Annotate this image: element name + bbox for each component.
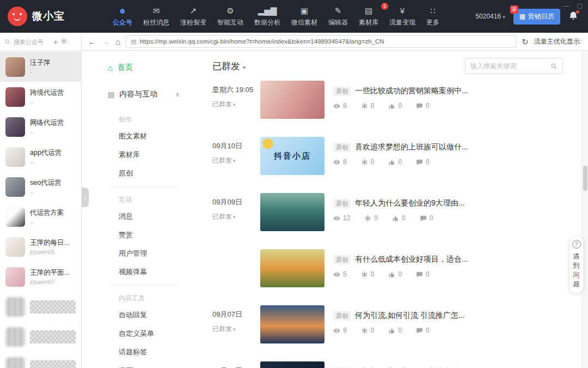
menu-item[interactable]: 投票 xyxy=(82,361,188,368)
account-list-item[interactable]: 王萍的平面... jrjtuwen07 xyxy=(0,262,81,292)
account-list-item[interactable]: 代运营方案 -- xyxy=(0,202,81,232)
refresh-icon[interactable]: ↻ xyxy=(522,38,529,46)
menu-home-label: 首页 xyxy=(118,63,133,73)
menu-section-content-interaction[interactable]: ▤ 内容与互动 ∧ xyxy=(82,79,188,108)
back-icon[interactable]: ← xyxy=(88,38,96,46)
account-list-item[interactable]: 网络代运营 -- xyxy=(0,112,81,142)
account-settings-icon[interactable] xyxy=(60,38,68,46)
post-title[interactable]: 何为引流,如何引流 引流推广怎... xyxy=(355,311,464,321)
post-title[interactable]: 有什么低成本创业好项目，适合... xyxy=(355,255,468,264)
keyword-search-input[interactable] xyxy=(470,62,547,70)
nav-item[interactable]: ¥ 流量变现 xyxy=(384,5,421,27)
marketing-calendar-button[interactable]: 营 ▦ 营销日历 xyxy=(513,9,560,25)
account-names: 代运营方案 -- xyxy=(30,208,64,225)
post-status-dropdown[interactable]: 已群发▾ xyxy=(212,212,260,221)
menu-item[interactable]: 自动回复 xyxy=(82,306,188,324)
account-list-item[interactable]: app代运营 -- xyxy=(0,142,81,172)
nav-item[interactable]: ▣ 微信素材 xyxy=(286,5,323,27)
calendar-badge: 营 xyxy=(510,5,518,14)
scrollbar-track[interactable] xyxy=(581,51,588,368)
menu-item[interactable]: 用户管理 xyxy=(82,244,188,263)
menu-item[interactable]: 消息 xyxy=(82,207,188,226)
account-list-item[interactable]: 汪子萍 -- xyxy=(0,52,81,82)
account-list-item[interactable]: 王萍的每日... jrjtuwen05 xyxy=(0,232,81,262)
nav-item[interactable]: ∷ 更多 xyxy=(421,5,445,27)
help-widget[interactable]: ? 遇到问题 xyxy=(569,236,584,294)
nav-item[interactable]: ⚙ 智能互动 xyxy=(212,5,249,27)
post-title[interactable]: 一些比较成功的营销策略案例中... xyxy=(355,86,468,96)
avatar xyxy=(5,297,25,317)
forward-icon[interactable]: → xyxy=(102,38,110,46)
post-title[interactable]: 年轻人为什么要创业的9大理由... xyxy=(355,198,464,208)
account-list-item[interactable]: 跨境代运营 -- xyxy=(0,82,81,112)
keyword-search-box[interactable] xyxy=(465,58,563,74)
menu-item[interactable]: 赞赏 xyxy=(82,226,188,244)
menu-item[interactable]: 原创 xyxy=(82,164,188,183)
menu-item[interactable]: 视频弹幕 xyxy=(82,263,188,281)
home-icon[interactable]: ⌂ xyxy=(115,38,120,46)
post-row[interactable]: 09月10日 已群发▾ 抖音小店 原创 喜欢追求梦想的上班族可以做什... xyxy=(212,136,581,192)
add-account-icon[interactable]: + xyxy=(53,38,58,46)
post-thumbnail[interactable] xyxy=(260,81,324,119)
account-search-input[interactable] xyxy=(14,39,51,45)
maximize-icon[interactable]: ▢ xyxy=(577,2,583,9)
post-meta: 星期六 19:05 已群发▾ xyxy=(212,80,260,136)
menu-item[interactable]: 素材库 xyxy=(82,146,188,164)
post-thumbnail[interactable] xyxy=(260,193,324,231)
sent-messages-title[interactable]: 已群发▾ xyxy=(212,60,246,73)
post-row[interactable]: 09月07日 已群发▾ 原创 何为引流,如何引流 引流推广怎... xyxy=(212,304,581,360)
post-thumbnail[interactable]: 抖音小店 xyxy=(260,137,324,175)
post-row[interactable]: 09月06日 ▾ 原创 短视频创业靠谱吗? 短视频怎么... xyxy=(212,360,581,368)
notification-dot xyxy=(576,10,579,14)
post-thumbnail[interactable] xyxy=(260,361,324,368)
sidebar-collapse-handle[interactable]: ‹ xyxy=(82,188,89,207)
post-status-dropdown[interactable]: 已群发▾ xyxy=(212,100,260,109)
post-stats: 8 0 xyxy=(333,158,581,166)
menu-group-label: 内容工具 xyxy=(82,287,188,306)
post-title-row: 原创 喜欢追求梦想的上班族可以做什... xyxy=(333,142,581,152)
account-id: -- xyxy=(30,69,51,75)
menu-item-home[interactable]: ⌂ 首页 xyxy=(82,57,188,79)
post-status-dropdown[interactable]: 已群发▾ xyxy=(212,324,260,334)
comment-stat: 0 xyxy=(420,214,433,222)
account-list-item[interactable] xyxy=(0,352,81,368)
nav-item[interactable]: ▤ 1 素材库 xyxy=(353,5,384,27)
redacted-name-block xyxy=(30,360,76,368)
account-switcher[interactable]: 5020416▾ xyxy=(475,13,505,20)
account-list-item[interactable] xyxy=(0,292,81,322)
views-count: 8 xyxy=(343,102,347,110)
wow-count: 0 xyxy=(371,102,375,110)
scrollbar-thumb[interactable] xyxy=(583,166,587,191)
post-status-dropdown[interactable]: 已群发▾ xyxy=(212,156,260,165)
menu-item[interactable]: 图文素材 xyxy=(82,127,188,146)
menu-item[interactable]: 话题标签 xyxy=(82,343,188,361)
account-list-item[interactable]: seo代运营 -- xyxy=(0,172,81,202)
url-input[interactable] xyxy=(139,38,511,45)
nav-item[interactable]: ☻ 公众号 xyxy=(107,5,138,27)
post-row[interactable]: ▾ 原创 有什么低成本创业好项目，适合... xyxy=(212,248,581,304)
minimize-icon[interactable]: — xyxy=(564,2,569,9)
account-names: 王萍的每日... jrjtuwen05 xyxy=(30,238,70,255)
post-thumbnail[interactable] xyxy=(260,305,324,343)
address-bar[interactable]: ▤ xyxy=(126,35,516,48)
nav-item-icon: ▂▅▇ xyxy=(258,5,277,16)
nav-item-icon: ⚙ xyxy=(226,5,234,16)
post-row[interactable]: 星期六 19:05 已群发▾ 原创 一些比较成功的营销策略案例中... xyxy=(212,80,581,136)
post-row[interactable]: 09月09日 已群发▾ 原创 年轻人为什么要创业的9大理由... xyxy=(212,192,581,248)
nav-item[interactable]: ✉ 粉丝消息 xyxy=(138,5,175,27)
like-icon xyxy=(388,159,395,166)
notification-bell[interactable] xyxy=(568,11,579,22)
thumbnail-text: 抖音小店 xyxy=(274,151,311,161)
post-title[interactable]: 喜欢追求梦想的上班族可以做什... xyxy=(355,142,468,152)
views-count: 5 xyxy=(343,270,347,278)
nav-item[interactable]: ✎ 编辑器 xyxy=(323,5,353,27)
chevron-down-icon: ▾ xyxy=(233,102,236,107)
nav-item[interactable]: ↗ 涨粉裂变 xyxy=(175,5,212,27)
menu-item[interactable]: 自定义菜单 xyxy=(82,324,188,343)
account-list-item[interactable] xyxy=(0,322,81,352)
nav-item[interactable]: ▂▅▇ 数据分析 xyxy=(249,5,286,27)
account-number: 5020416 xyxy=(475,13,501,20)
search-icon[interactable] xyxy=(550,63,558,70)
post-thumbnail[interactable] xyxy=(260,249,324,287)
post-date: 09月06日 xyxy=(212,366,260,368)
